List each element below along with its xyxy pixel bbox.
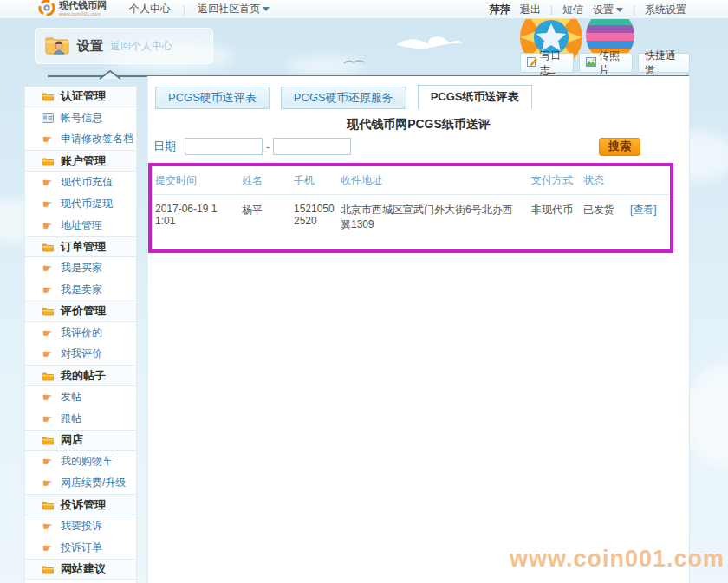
sidebar-item-my-reviews[interactable]: ☛我评价的 [25, 322, 136, 344]
cell-address: 北京市西城区宣武门外大街6号北办西 翼1309 [337, 195, 528, 236]
site-name: 现代钱币网 [59, 1, 107, 10]
hand-icon: ☛ [41, 284, 54, 295]
panel-notch-arrow [99, 68, 121, 83]
submission-table: 提交时间 姓名 手机 收件地址 支付方式 状态 2017-06-19 1 1:0… [152, 166, 670, 236]
quick-channel-button[interactable]: 快捷通道 [638, 53, 690, 73]
settings-panel-header: 设置 返回个人中心 [35, 28, 213, 64]
folder-user-icon [44, 33, 70, 59]
logout-link[interactable]: 退出 [520, 3, 541, 17]
divider: | [633, 3, 635, 16]
folder-icon [41, 371, 54, 381]
cell-payment: 非现代币 [528, 195, 580, 236]
date-from-input[interactable] [185, 138, 263, 155]
hand-icon: ☛ [41, 327, 54, 339]
col-submit-time: 提交时间 [152, 166, 238, 195]
hand-icon: ☛ [41, 220, 54, 231]
sidebar-item-new-post[interactable]: ☛发帖 [25, 386, 136, 408]
table-row: 2017-06-19 1 1:01 杨平 1521050 2520 北京市西城区… [152, 195, 670, 236]
sidebar-item-follow-post[interactable]: ☛跟帖 [25, 408, 136, 430]
sidebar-item-file-complaint[interactable]: ☛我要投诉 [25, 515, 136, 537]
sidebar-item-my-posts[interactable]: 我的帖子 [25, 365, 136, 386]
sidebar-item-order-management[interactable]: 订单管理 [25, 236, 136, 258]
sidebar-item-label: 地址管理 [61, 218, 102, 233]
sidebar-item-label: 我评价的 [61, 326, 102, 340]
sidebar-item-complaint-orders[interactable]: ☛投诉订单 [25, 537, 136, 559]
upload-photo-label: 传照片 [599, 49, 626, 78]
hand-icon: ☛ [41, 392, 54, 403]
folder-icon [41, 435, 54, 445]
tab-pcgs-coin-grading[interactable]: PCGS硬币送评表 [155, 87, 270, 109]
main-content-panel: PCGS硬币送评表 PCGS硬币还原服务 PCGS纸币送评表 现代钱币网PCGS… [147, 76, 690, 583]
tab-bar: PCGS硬币送评表 PCGS硬币还原服务 PCGS纸币送评表 [155, 86, 543, 109]
col-payment: 支付方式 [528, 166, 580, 195]
cell-phone: 1521050 2520 [290, 195, 337, 236]
hand-icon: ☛ [41, 413, 54, 424]
col-phone: 手机 [290, 166, 337, 195]
chevron-down-icon [263, 7, 270, 11]
sidebar-item-label: 申请修改签名档 [61, 132, 133, 146]
sidebar-item-label: 我的帖子 [61, 368, 106, 384]
sidebar-item-coin-recharge[interactable]: ☛现代币充值 [25, 172, 136, 193]
divider: | [550, 3, 553, 16]
sidebar-item-address-management[interactable]: ☛地址管理 [25, 215, 136, 236]
sidebar-item-site-suggestions[interactable]: 网站建议 [25, 559, 136, 580]
sidebar-item-review-management[interactable]: 评价管理 [25, 301, 136, 322]
sidebar-item-label: 我是买家 [61, 261, 102, 275]
col-action [627, 166, 670, 195]
sidebar-item-i-am-buyer[interactable]: ☛我是买家 [25, 257, 136, 279]
sidebar-item-account-info[interactable]: 帐号信息 [25, 107, 136, 129]
card-icon [41, 113, 54, 123]
pencil-icon [527, 56, 537, 69]
date-filter-form: 日期 - 搜索 [153, 137, 684, 156]
sidebar-item-my-cart[interactable]: ☛我的购物车 [25, 451, 136, 473]
upload-photo-button[interactable]: 传照片 [579, 53, 633, 73]
logo-icon [38, 0, 55, 19]
cell-status: 已发货 [580, 195, 627, 236]
hand-icon: ☛ [41, 262, 54, 274]
cloud-decoration [685, 364, 728, 468]
date-to-input[interactable] [273, 138, 351, 155]
tab-pcgs-coin-restoration[interactable]: PCGS硬币还原服务 [281, 87, 406, 109]
settings-menu[interactable]: 设置 [593, 3, 623, 17]
sidebar-item-shop-renewal-upgrade[interactable]: ☛网店续费/升级 [25, 472, 136, 494]
sidebar-item-shop[interactable]: 网店 [25, 430, 136, 451]
view-link[interactable]: [查看] [630, 204, 657, 216]
page-title: 现代钱币网PCGS纸币送评 [148, 117, 689, 133]
hand-icon: ☛ [41, 198, 54, 210]
photo-icon [586, 57, 596, 69]
search-button[interactable]: 搜索 [599, 138, 640, 156]
sidebar-item-label: 对我评价 [61, 347, 102, 361]
hand-icon: ☛ [41, 348, 54, 360]
divider: | [183, 3, 185, 16]
link-back-community[interactable]: 返回社区首页 [198, 2, 270, 16]
sidebar-item-label: 订单管理 [61, 239, 106, 255]
col-status: 状态 [580, 166, 627, 195]
col-name: 姓名 [238, 166, 290, 195]
username-label[interactable]: 萍萍 [490, 3, 510, 17]
hand-icon: ☛ [41, 521, 54, 532]
sidebar-item-label: 投诉订单 [61, 541, 102, 555]
sidebar-item-label: 网店 [61, 432, 83, 448]
back-personal-center-link[interactable]: 返回个人中心 [110, 39, 172, 54]
folder-icon [41, 156, 54, 166]
tab-pcgs-note-grading[interactable]: PCGS纸币送评表 [418, 85, 532, 109]
sidebar-item-account-management[interactable]: 账户管理 [25, 150, 136, 172]
quick-channel-label: 快捷通道 [645, 49, 683, 78]
sidebar-item-label: 认证管理 [61, 88, 106, 104]
sidebar-item-reviews-of-me[interactable]: ☛对我评价 [25, 344, 136, 366]
sidebar-item-complaint-management[interactable]: 投诉管理 [25, 494, 136, 515]
sidebar-item-label: 评价管理 [61, 303, 106, 319]
system-settings-link[interactable]: 系统设置 [645, 3, 686, 17]
sidebar-item-i-am-seller[interactable]: ☛我是卖家 [25, 279, 136, 301]
site-logo[interactable]: 现代钱币网 www.coin001.com [38, 0, 107, 19]
write-blog-button[interactable]: 写日志 [520, 53, 574, 73]
chevron-down-icon [616, 8, 623, 12]
folder-icon [41, 500, 54, 510]
sms-link[interactable]: 短信 [562, 3, 583, 17]
sidebar-item-coin-withdraw[interactable]: ☛现代币提现 [25, 193, 136, 215]
link-personal-center[interactable]: 个人中心 [129, 2, 171, 16]
sidebar-item-request-signature-edit[interactable]: ☛申请修改签名档 [25, 129, 136, 151]
sidebar-item-auth-management[interactable]: 认证管理 [25, 86, 136, 107]
highlight-annotation-box: 提交时间 姓名 手机 收件地址 支付方式 状态 2017-06-19 1 1:0… [148, 163, 673, 253]
sidebar-item-label: 现代币充值 [61, 175, 113, 190]
